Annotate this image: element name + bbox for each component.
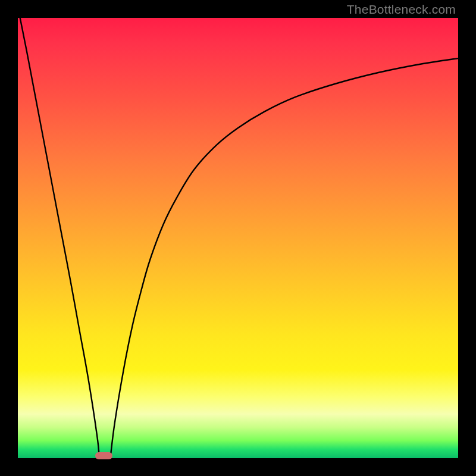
curve-right-branch (110, 58, 458, 458)
chart-frame: TheBottleneck.com (0, 0, 476, 476)
watermark-text: TheBottleneck.com (347, 2, 456, 17)
plot-area (18, 18, 458, 458)
target-marker (95, 452, 113, 460)
bottleneck-curve (18, 18, 458, 458)
curve-left-branch (20, 18, 99, 458)
